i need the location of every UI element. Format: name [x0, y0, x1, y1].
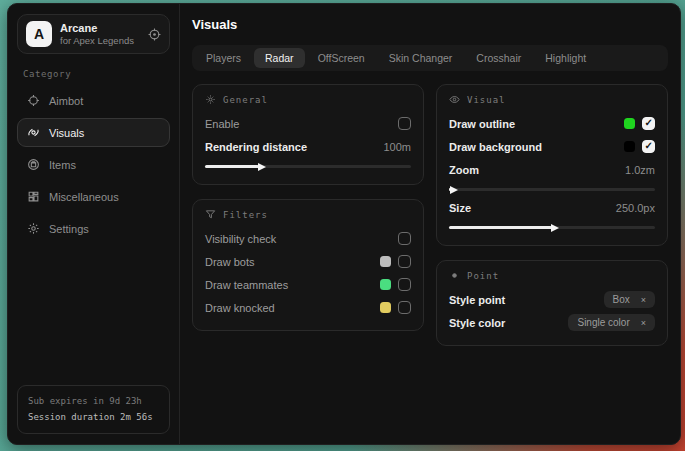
- zoom-row: Zoom 1.0zm: [449, 158, 655, 181]
- panel-visual: Visual Draw outline Draw background: [436, 84, 668, 246]
- sidebar-item-settings[interactable]: Settings: [17, 214, 170, 243]
- sidebar-item-items[interactable]: Items: [17, 150, 170, 179]
- panel-general: General Enable Rendering distance 100m: [192, 84, 424, 185]
- sidebar: A Arcane for Apex Legends Category: [8, 4, 180, 444]
- draw-bots-checkbox[interactable]: [398, 255, 411, 268]
- draw-bots-row: Draw bots: [205, 250, 411, 273]
- draw-bots-label: Draw bots: [205, 256, 255, 268]
- app-title: Arcane: [60, 22, 134, 34]
- crosshair-icon: [27, 94, 40, 107]
- enable-row: Enable: [205, 112, 411, 135]
- draw-background-label: Draw background: [449, 141, 542, 153]
- draw-teammates-color-swatch[interactable]: [380, 279, 391, 290]
- draw-teammates-checkbox[interactable]: [398, 278, 411, 291]
- draw-background-checkbox[interactable]: [642, 140, 655, 153]
- style-point-label: Style point: [449, 294, 505, 306]
- app-window: A Arcane for Apex Legends Category: [7, 3, 681, 445]
- sidebar-item-label: Visuals: [49, 127, 84, 139]
- draw-knocked-row: Draw knocked: [205, 296, 411, 319]
- size-label: Size: [449, 202, 471, 214]
- panel-title: Filters: [223, 210, 268, 220]
- brand-card: A Arcane for Apex Legends: [17, 14, 170, 54]
- panel-point: Point Style point Box × Style color Sing…: [436, 260, 668, 346]
- draw-outline-row: Draw outline: [449, 112, 655, 135]
- draw-knocked-checkbox[interactable]: [398, 301, 411, 314]
- target-icon[interactable]: [148, 28, 161, 41]
- tab-highlight[interactable]: Highlight: [534, 48, 597, 68]
- style-color-label: Style color: [449, 317, 505, 329]
- app-logo: A: [26, 21, 52, 47]
- draw-outline-checkbox[interactable]: [642, 117, 655, 130]
- style-point-value: Box: [613, 294, 630, 305]
- main-header: Visuals Players Radar OffScreen Skin Cha…: [180, 4, 680, 81]
- orbit-icon: [27, 126, 40, 139]
- draw-bots-color-swatch[interactable]: [380, 256, 391, 267]
- style-point-select[interactable]: Box ×: [604, 291, 656, 308]
- zoom-value: 1.0zm: [625, 164, 655, 176]
- gear-icon: [27, 222, 40, 235]
- eye-icon: [449, 94, 460, 105]
- sidebar-item-label: Settings: [49, 223, 89, 235]
- content: General Enable Rendering distance 100m: [180, 81, 680, 358]
- panel-title: General: [223, 95, 268, 105]
- draw-teammates-label: Draw teammates: [205, 279, 288, 291]
- dot-icon: [449, 270, 460, 281]
- enable-label: Enable: [205, 118, 239, 130]
- zoom-slider[interactable]: [449, 188, 655, 191]
- enable-checkbox[interactable]: [398, 117, 411, 130]
- panel-filters: Filters Visibility check Draw bots: [192, 199, 424, 331]
- sidebar-item-miscellaneous[interactable]: Miscellaneous: [17, 182, 170, 211]
- sidebar-nav: Aimbot Visuals Items: [17, 86, 170, 243]
- sidebar-item-label: Aimbot: [49, 95, 83, 107]
- sidebar-item-label: Miscellaneous: [49, 191, 119, 203]
- sidebar-item-aimbot[interactable]: Aimbot: [17, 86, 170, 115]
- sub-expires-text: Sub expires in 9d 23h: [28, 394, 159, 409]
- draw-knocked-color-swatch[interactable]: [380, 302, 391, 313]
- category-label: Category: [23, 69, 164, 79]
- panel-title: Point: [467, 271, 499, 281]
- panel-title: Visual: [467, 95, 506, 105]
- draw-knocked-label: Draw knocked: [205, 302, 275, 314]
- style-point-row: Style point Box ×: [449, 288, 655, 311]
- rendering-distance-label: Rendering distance: [205, 141, 307, 153]
- draw-outline-color-swatch[interactable]: [624, 118, 635, 129]
- style-color-row: Style color Single color ×: [449, 311, 655, 334]
- package-icon: [27, 158, 40, 171]
- draw-background-row: Draw background: [449, 135, 655, 158]
- visibility-check-checkbox[interactable]: [398, 232, 411, 245]
- funnel-icon: [205, 209, 216, 220]
- clear-icon[interactable]: ×: [641, 295, 646, 305]
- sliders-icon: [205, 94, 216, 105]
- zoom-label: Zoom: [449, 164, 479, 176]
- rendering-distance-value: 100m: [383, 141, 411, 153]
- session-duration-text: Session duration 2m 56s: [28, 410, 159, 425]
- clear-icon[interactable]: ×: [641, 318, 646, 328]
- visibility-check-label: Visibility check: [205, 233, 276, 245]
- sidebar-item-label: Items: [49, 159, 76, 171]
- style-color-select[interactable]: Single color ×: [568, 314, 655, 331]
- tab-crosshair[interactable]: Crosshair: [465, 48, 532, 68]
- sidebar-item-visuals[interactable]: Visuals: [17, 118, 170, 147]
- style-color-value: Single color: [577, 317, 629, 328]
- tab-offscreen[interactable]: OffScreen: [307, 48, 376, 68]
- draw-background-color-swatch[interactable]: [624, 141, 635, 152]
- tab-radar[interactable]: Radar: [254, 48, 305, 68]
- subscription-card: Sub expires in 9d 23h Session duration 2…: [17, 385, 170, 434]
- size-slider[interactable]: [449, 226, 655, 229]
- draw-outline-label: Draw outline: [449, 118, 515, 130]
- size-row: Size 250.0px: [449, 196, 655, 219]
- main-area: Visuals Players Radar OffScreen Skin Cha…: [180, 4, 680, 444]
- page-title: Visuals: [192, 17, 668, 32]
- rendering-distance-slider[interactable]: [205, 165, 411, 168]
- tab-skin-changer[interactable]: Skin Changer: [378, 48, 464, 68]
- rendering-distance-row: Rendering distance 100m: [205, 135, 411, 158]
- size-value: 250.0px: [616, 202, 655, 214]
- tab-bar: Players Radar OffScreen Skin Changer Cro…: [192, 45, 668, 71]
- grid-icon: [27, 190, 40, 203]
- visibility-check-row: Visibility check: [205, 227, 411, 250]
- draw-teammates-row: Draw teammates: [205, 273, 411, 296]
- tab-players[interactable]: Players: [195, 48, 252, 68]
- app-subtitle: for Apex Legends: [60, 35, 134, 46]
